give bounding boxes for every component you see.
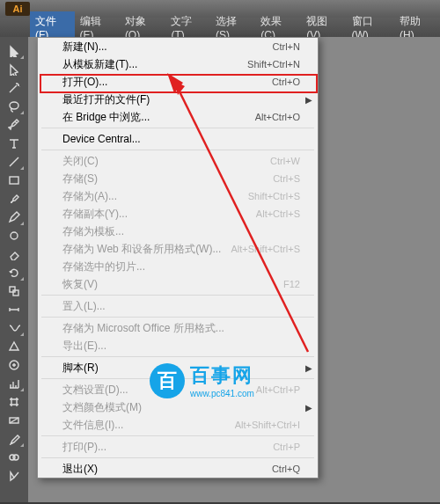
- menu-entry-1[interactable]: 从模板新建(T)...Shift+Ctrl+N: [38, 55, 318, 73]
- menu-entry-label: Device Central...: [62, 133, 141, 145]
- menu-entry-shortcut: Ctrl+N: [273, 41, 300, 52]
- tool-width[interactable]: [4, 301, 25, 318]
- tool-scale[interactable]: [4, 282, 25, 300]
- app-logo: Ai: [5, 2, 30, 16]
- svg-rect-4: [13, 290, 18, 296]
- tool-warp[interactable]: [4, 319, 25, 337]
- menu-entry-14: 存储选中的切片...: [38, 258, 318, 275]
- menu-entry-shortcut: Shift+Ctrl+N: [247, 59, 300, 69]
- menu-entry-label: 退出(X): [62, 462, 98, 477]
- menu-entry-label: 打印(P)...: [62, 440, 106, 455]
- submenu-arrow-icon: ▶: [305, 363, 312, 373]
- menu-entry-label: 存储为(A)...: [62, 189, 117, 204]
- menu-entry-label: 文件信息(I)...: [62, 418, 123, 433]
- menu-entry-shortcut: Ctrl+O: [272, 77, 300, 87]
- menu-entry-label: 文档设置(D)...: [62, 383, 128, 398]
- menu-entry-25: 文档颜色模式(M)▶: [38, 398, 318, 416]
- menu-entry-shortcut: Shift+Ctrl+S: [248, 191, 300, 201]
- file-menu-dropdown[interactable]: 新建(N)...Ctrl+N从模板新建(T)...Shift+Ctrl+N打开(…: [37, 37, 319, 478]
- menu-entry-shortcut: Alt+Ctrl+O: [255, 112, 300, 122]
- menu-entry-label: 存储(S): [62, 172, 98, 186]
- tool-wand[interactable]: [4, 79, 25, 97]
- tool-rect[interactable]: [4, 172, 25, 189]
- menu-separator: [41, 128, 314, 128]
- menu-entry-26: 文件信息(I)...Alt+Shift+Ctrl+I: [38, 416, 318, 434]
- menu-entry-12: 存储为模板...: [38, 223, 318, 240]
- tool-graph[interactable]: [4, 375, 25, 392]
- menu-entry-28: 打印(P)...Ctrl+P: [38, 438, 318, 456]
- menu-entry-shortcut: Ctrl+P: [273, 442, 300, 452]
- tool-mesh[interactable]: [4, 393, 25, 411]
- menu-entry-label: 存储为模板...: [62, 224, 124, 239]
- menu-entry-19: 存储为 Microsoft Office 所用格式...: [38, 319, 318, 337]
- tool-cursor[interactable]: [4, 42, 25, 60]
- menu-separator: [41, 435, 314, 436]
- menu-entry-22[interactable]: 脚本(R)▶: [38, 359, 318, 376]
- menu-entry-label: 最近打开的文件(F): [62, 92, 150, 107]
- menu-entry-label: 文档颜色模式(M): [62, 400, 142, 415]
- tool-direct[interactable]: [4, 61, 25, 78]
- tool-brush[interactable]: [4, 190, 25, 208]
- tool-rotate[interactable]: [4, 264, 25, 281]
- menu-entry-17: 置入(L)...: [38, 297, 318, 315]
- menu-entry-label: 在 Bridge 中浏览...: [62, 110, 150, 125]
- tool-type[interactable]: [4, 135, 25, 152]
- menu-entry-shortcut: Ctrl+S: [273, 173, 300, 184]
- menu-entry-13: 存储为 Web 和设备所用格式(W)...Alt+Shift+Ctrl+S: [38, 240, 318, 258]
- tool-pen[interactable]: [4, 116, 25, 134]
- menu-entry-3[interactable]: 最近打开的文件(F)▶: [38, 91, 318, 108]
- submenu-arrow-icon: ▶: [305, 403, 312, 413]
- tool-lasso[interactable]: [4, 98, 25, 115]
- menu-entry-label: 从模板新建(T)...: [62, 57, 137, 72]
- menu-entry-4[interactable]: 在 Bridge 中浏览...Alt+Ctrl+O: [38, 108, 318, 126]
- tool-shaper[interactable]: [4, 338, 25, 355]
- tool-eraser[interactable]: [4, 245, 25, 263]
- tool-pencil[interactable]: [4, 208, 25, 226]
- submenu-arrow-icon: ▶: [305, 95, 312, 105]
- menu-entry-label: 置入(L)...: [62, 299, 106, 314]
- menu-entry-8: 关闭(C)Ctrl+W: [38, 152, 318, 170]
- tool-line[interactable]: [4, 153, 25, 171]
- menu-separator: [41, 457, 314, 458]
- menu-separator: [41, 378, 314, 379]
- tool-slice[interactable]: [4, 467, 25, 485]
- tool-blend[interactable]: [4, 449, 25, 466]
- menu-entry-24: 文档设置(D)...Alt+Ctrl+P: [38, 381, 318, 398]
- menu-entry-label: 存储为 Microsoft Office 所用格式...: [62, 321, 224, 336]
- menu-entry-shortcut: Alt+Shift+Ctrl+I: [235, 420, 300, 430]
- menu-entry-label: 存储副本(Y)...: [62, 207, 128, 222]
- menu-entry-label: 新建(N)...: [62, 40, 107, 55]
- menu-separator: [41, 317, 314, 318]
- menu-entry-shortcut: Ctrl+Q: [272, 464, 300, 474]
- menu-entry-2[interactable]: 打开(O)...Ctrl+O: [38, 73, 318, 91]
- menu-entry-0[interactable]: 新建(N)...Ctrl+N: [38, 38, 318, 55]
- menu-entry-15: 恢复(V)F12: [38, 275, 318, 293]
- menubar: 文件(F)编辑(E)对象(O)文字(T)选择(S)效果(C)视图(V)窗口(W)…: [0, 18, 440, 37]
- menu-entry-label: 关闭(C): [62, 154, 99, 169]
- menu-entry-shortcut: Alt+Ctrl+P: [256, 384, 300, 395]
- menu-entry-label: 存储为 Web 和设备所用格式(W)...: [62, 242, 221, 257]
- menu-entry-label: 打开(O)...: [62, 75, 107, 90]
- menu-entry-9: 存储(S)Ctrl+S: [38, 170, 318, 187]
- menu-entry-10: 存储为(A)...Shift+Ctrl+S: [38, 187, 318, 205]
- menu-separator: [41, 150, 314, 150]
- tool-eyedrop[interactable]: [4, 430, 25, 448]
- menu-entry-shortcut: Ctrl+W: [270, 156, 300, 166]
- menu-entry-label: 存储选中的切片...: [62, 259, 145, 274]
- menu-entry-label: 导出(E)...: [62, 339, 106, 354]
- menu-separator: [41, 295, 314, 296]
- menu-entry-shortcut: F12: [283, 279, 300, 289]
- menu-entry-6[interactable]: Device Central...: [38, 130, 318, 148]
- tool-gradient[interactable]: [4, 412, 25, 429]
- svg-rect-3: [10, 287, 15, 292]
- svg-rect-1: [10, 177, 18, 184]
- svg-point-8: [13, 455, 18, 460]
- tools-panel: [0, 37, 28, 504]
- tool-symbol[interactable]: [4, 356, 25, 374]
- tool-blob[interactable]: [4, 227, 25, 245]
- menu-entry-label: 恢复(V): [62, 277, 98, 292]
- menu-entry-shortcut: Alt+Ctrl+S: [256, 208, 300, 219]
- menu-entry-11: 存储副本(Y)...Alt+Ctrl+S: [38, 205, 318, 223]
- menu-entry-label: 脚本(R): [62, 361, 99, 376]
- menu-entry-30[interactable]: 退出(X)Ctrl+Q: [38, 460, 318, 478]
